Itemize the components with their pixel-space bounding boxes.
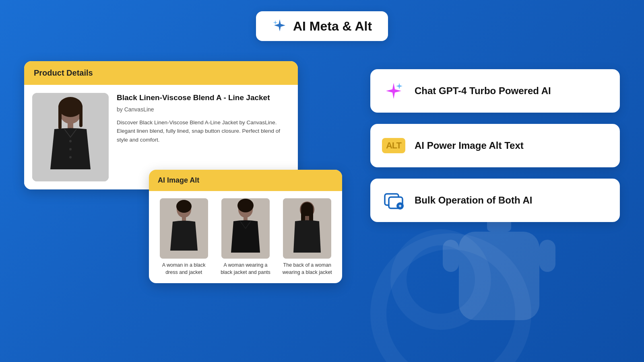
feature-card-alt: ALT AI Power Image Alt Text <box>370 124 620 167</box>
product-image-container <box>32 93 109 181</box>
left-panel: Product Details <box>24 61 346 222</box>
mini-image-item-3: The back of a woman wearing a black jack… <box>280 198 335 276</box>
header-title: AI Meta & Alt <box>293 19 372 34</box>
ai-image-card-header: AI Image Alt <box>149 170 342 191</box>
svg-rect-24 <box>244 216 248 221</box>
product-image <box>32 93 109 181</box>
svg-rect-33 <box>400 205 400 208</box>
svg-rect-11 <box>58 105 62 129</box>
svg-point-14 <box>69 140 72 142</box>
feature-title-bulk: Bulk Operation of Both AI <box>415 194 532 206</box>
svg-point-19 <box>176 200 192 213</box>
feature-card-chatgpt: Chat GPT-4 Turbo Powered AI <box>370 69 620 113</box>
product-card-title: Product Details <box>34 68 93 77</box>
sparkle-pink-icon <box>383 80 404 101</box>
alt-badge-icon: ALT <box>382 138 405 153</box>
svg-rect-5 <box>539 240 555 272</box>
mini-image-item-1: A woman in a black dress and jacket <box>156 198 211 276</box>
svg-rect-13 <box>68 122 73 129</box>
mini-image-caption-2: A woman wearing a black jacket and pants <box>218 262 273 276</box>
feature-title-chatgpt: Chat GPT-4 Turbo Powered AI <box>415 84 551 97</box>
ai-sparkle-icon <box>272 18 287 35</box>
product-description: Discover Black Linen-Viscose Blend A-Lin… <box>117 118 290 144</box>
bulk-operation-icon <box>383 190 404 211</box>
right-panel: Chat GPT-4 Turbo Powered AI ALT AI Power… <box>370 61 620 222</box>
mini-image-caption-3: The back of a woman wearing a black jack… <box>280 262 335 276</box>
feature-card-bulk: Bulk Operation of Both AI <box>370 179 620 222</box>
mini-image-item-2: A woman wearing a black jacket and pants <box>218 198 273 276</box>
mini-image-caption-1: A woman in a black dress and jacket <box>156 262 211 276</box>
product-card-header: Product Details <box>24 61 298 85</box>
svg-rect-12 <box>79 105 83 127</box>
mini-image-box-2 <box>221 198 270 259</box>
svg-rect-20 <box>182 216 186 221</box>
ai-image-alt-card: AI Image Alt A woman in a black dr <box>149 170 342 283</box>
svg-rect-28 <box>305 216 309 221</box>
svg-point-15 <box>69 148 72 150</box>
svg-point-10 <box>58 97 83 117</box>
chatgpt-icon-box <box>382 79 406 103</box>
product-by: by CanvasLine <box>117 106 290 113</box>
bulk-icon-box <box>382 188 406 212</box>
ai-image-card-title: AI Image Alt <box>158 176 199 184</box>
mini-image-box-3 <box>283 198 331 259</box>
header-badge: AI Meta & Alt <box>256 11 388 41</box>
header-section: AI Meta & Alt <box>0 0 644 41</box>
feature-title-alt: AI Power Image Alt Text <box>415 139 524 152</box>
bg-decoration-2 <box>390 229 491 330</box>
main-content: Product Details <box>0 45 644 222</box>
product-info: Black Linen-Viscose Blend A - Line Jacke… <box>117 93 290 181</box>
mini-image-box-1 <box>160 198 208 259</box>
svg-point-16 <box>69 156 72 158</box>
ai-image-card-body: A woman in a black dress and jacket <box>149 191 342 283</box>
alt-icon-box: ALT <box>382 134 406 158</box>
product-name: Black Linen-Viscose Blend A - Line Jacke… <box>117 93 290 103</box>
svg-point-23 <box>237 199 254 212</box>
